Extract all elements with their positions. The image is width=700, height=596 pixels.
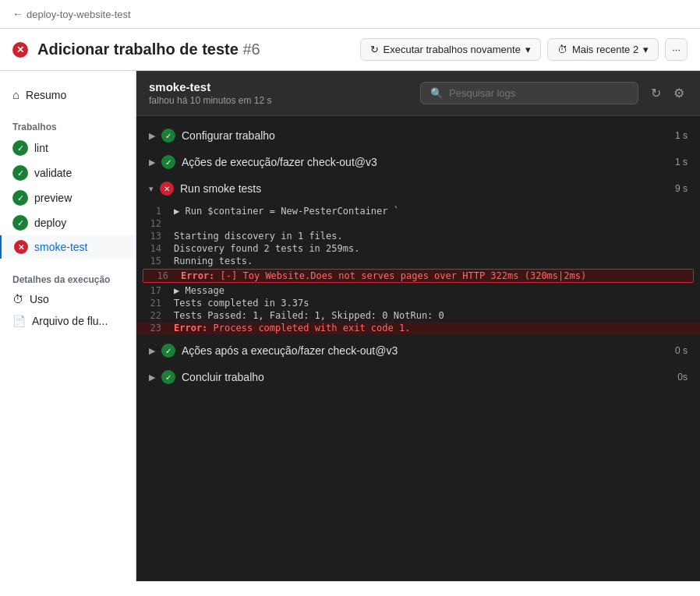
more-options-button[interactable]: ··· [665,38,688,61]
log-line-12: 12 [136,217,700,230]
error-label-16: Error: [181,270,214,281]
sidebar-item-summary[interactable]: ⌂ Resumo [0,83,136,106]
post-checkout-section-time: 0 s [675,345,688,356]
job-info: smoke-test falhou há 10 minutos em 12 s [149,80,271,106]
chevron-down-icon: ▾ [149,184,154,194]
log-section-complete-header[interactable]: ▶ ✓ Concluir trabalho 0s [136,364,700,390]
smoke-test-label: smoke-test [34,241,87,253]
settings-button[interactable]: ⚙ [670,83,688,104]
log-line-15: 15 Running tests. [136,255,700,267]
smoke-section-name: Run smoke tests [180,182,669,195]
sidebar-item-arquivo[interactable]: 📄 Arquivo de flu... [0,310,136,332]
smoke-log-lines: 1 ▶ ▶ Run $container = New-PesterContain… [136,202,700,337]
sidebar: ⌂ Resumo Trabalhos ✓ lint ✓ validate ✓ p… [0,71,136,581]
line-content-21: Tests completed in 3.37s [174,298,700,309]
log-section-post-checkout-header[interactable]: ▶ ✓ Ações após a execução/fazer check-ou… [136,337,700,364]
arquivo-icon: 📄 [12,315,26,327]
checkout-section-time: 1 s [675,157,688,168]
arquivo-label: Arquivo de flu... [32,315,108,327]
refresh-button[interactable]: ↻ [648,83,664,104]
issue-number: #6 [242,41,260,58]
job-header-actions: ↻ ⚙ [648,83,688,104]
complete-section-name: Concluir trabalho [182,371,671,383]
error-border-box: 16 Error: [-] Toy Website.Does not serve… [143,269,694,283]
line-num-14: 14 [136,243,174,254]
sidebar-item-deploy[interactable]: ✓ deploy [0,210,136,235]
recent-label: Mais recente 2 [572,44,638,55]
chevron-right-icon4: ▶ [149,372,155,383]
main-layout: ⌂ Resumo Trabalhos ✓ lint ✓ validate ✓ p… [0,71,700,581]
preview-label: preview [34,192,72,204]
log-section-checkout-header[interactable]: ▶ ✓ Ações de execução/fazer check-out@v3… [136,149,700,175]
log-section-smoke: ▾ ✕ Run smoke tests 9 s 1 ▶ ▶ Run $conta… [136,175,700,337]
post-checkout-check-icon: ✓ [161,344,175,358]
log-line-13: 13 Starting discovery in 1 files. [136,230,700,242]
log-line-23: 23 Error: Process completed with exit co… [136,322,700,334]
line-content-15: Running tests. [174,256,700,266]
setup-section-name: Configurar trabalho [182,129,669,142]
run-again-button[interactable]: ↻ Executar trabalhos novamente ▾ [360,38,541,61]
chevron-right-icon2: ▶ [149,157,155,168]
search-box[interactable]: 🔍 [420,82,638,104]
log-section-checkout: ▶ ✓ Ações de execução/fazer check-out@v3… [136,149,700,175]
sidebar-item-lint[interactable]: ✓ lint [0,136,136,160]
error-label-23: Error: [174,323,207,333]
run-again-label: Executar trabalhos novamente [384,44,521,55]
top-bar: ← deploy-toy-website-test [0,0,700,29]
smoke-error-check-icon: ✕ [160,182,174,196]
search-icon: 🔍 [430,87,443,99]
line-num-16: 16 [143,270,181,281]
home-icon: ⌂ [12,88,19,101]
smoke-section-time: 9 s [675,183,688,194]
job-header: smoke-test falhou há 10 minutos em 12 s … [136,71,700,116]
deploy-label: deploy [34,217,66,229]
sidebar-item-preview[interactable]: ✓ preview [0,185,136,210]
header-actions: ↻ Executar trabalhos novamente ▾ ⏱ Mais … [360,38,688,61]
setup-section-time: 1 s [675,130,688,141]
summary-label: Resumo [26,89,66,101]
line-content-23: Error: Process completed with exit code … [174,323,700,333]
log-section-setup: ▶ ✓ Configurar trabalho 1 s [136,122,700,149]
job-title: smoke-test [149,80,271,93]
log-line-22: 22 Tests Passed: 1, Failed: 1, Skipped: … [136,309,700,322]
validate-success-icon: ✓ [12,165,28,181]
history-icon: ⏱ [557,44,567,55]
lint-label: lint [34,142,48,154]
smoke-error-icon: ✕ [14,240,28,254]
log-line-1: 1 ▶ ▶ Run $container = New-PesterContain… [136,205,700,217]
log-line-17: 17 ▶ Message [136,284,700,297]
log-sections: ▶ ✓ Configurar trabalho 1 s ▶ ✓ Ações de… [136,116,700,581]
log-section-setup-header[interactable]: ▶ ✓ Configurar trabalho 1 s [136,122,700,149]
validate-label: validate [34,167,72,179]
log-line-21: 21 Tests completed in 3.37s [136,297,700,309]
run-dropdown-icon: ▾ [525,44,531,55]
chevron-right-icon3: ▶ [149,346,155,356]
deploy-success-icon: ✓ [12,215,28,231]
job-subtitle: falhou há 10 minutos em 12 s [149,95,271,106]
sidebar-item-uso[interactable]: ⏱ Uso [0,288,136,310]
log-section-post-checkout: ▶ ✓ Ações após a execução/fazer check-ou… [136,337,700,364]
log-section-smoke-header[interactable]: ▾ ✕ Run smoke tests 9 s [136,175,700,202]
line-num-12: 12 [136,218,174,229]
jobs-section-title: Trabalhos [0,115,136,136]
line-content-22: Tests Passed: 1, Failed: 1, Skipped: 0 N… [174,310,700,321]
checkout-check-icon: ✓ [161,155,175,169]
search-input[interactable] [449,87,628,99]
line-content-13: Starting discovery in 1 files. [174,231,700,242]
log-line-16: 16 Error: [-] Toy Website.Does not serve… [143,270,693,282]
complete-section-time: 0s [677,372,688,383]
line-num-22: 22 [136,310,174,321]
sidebar-item-smoke-test[interactable]: ✕ smoke-test [0,235,136,259]
log-line-14: 14 Discovery found 2 tests in 259ms. [136,242,700,255]
line-num-23: 23 [136,323,174,333]
line-content-14: Discovery found 2 tests in 259ms. [174,243,700,254]
line-content-17: ▶ Message [174,285,700,296]
recent-button[interactable]: ⏱ Mais recente 2 ▾ [547,38,659,61]
back-link[interactable]: ← deploy-toy-website-test [12,8,131,20]
page-header: ✕ Adicionar trabalho de teste #6 ↻ Execu… [0,29,700,71]
run-icon: ↻ [370,44,379,55]
error-msg-23: Process completed with exit code 1. [207,323,410,333]
sidebar-item-validate[interactable]: ✓ validate [0,160,136,185]
uso-icon: ⏱ [12,293,23,305]
line-content-1: ▶ ▶ Run $container = New-PesterContainer… [174,206,700,217]
